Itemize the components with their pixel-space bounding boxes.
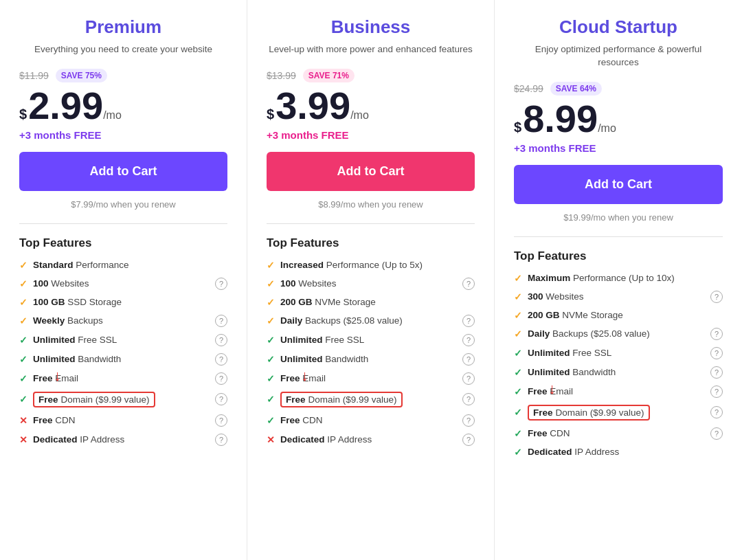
check-icon-premium-2: ✓ <box>19 297 27 308</box>
plan-desc-cloud-startup: Enjoy optimized performance & powerful r… <box>514 43 723 69</box>
check-icon-business-5: ✓ <box>267 354 275 365</box>
plan-col-premium: PremiumEverything you need to create you… <box>0 0 247 560</box>
free-months-business: +3 months FREE <box>267 129 475 141</box>
highlighted-feature-cloud-startup-7: Free Domain ($9.99 value) <box>528 405 650 421</box>
check-icon-business-7: ✓ <box>267 394 275 405</box>
check-icon-premium-5: ✓ <box>19 354 27 365</box>
question-icon-business-3[interactable]: ? <box>462 315 475 327</box>
feature-text-cloud-startup-7: Free Domain ($9.99 value) <box>528 405 650 421</box>
check-icon-cloud-startup-0: ✓ <box>514 273 522 284</box>
feature-item-business-1: ✓100 Websites? <box>267 278 475 290</box>
feature-item-business-3: ✓Daily Backups ($25.08 value)? <box>267 315 475 327</box>
check-icon-business-3: ✓ <box>267 315 275 326</box>
question-icon-premium-9[interactable]: ? <box>215 434 227 446</box>
divider-premium <box>19 223 227 224</box>
feature-item-premium-4: ✓Unlimited Free SSL? <box>19 334 227 346</box>
add-to-cart-btn-cloud-startup[interactable]: Add to Cart <box>514 165 723 204</box>
feature-left-business-8: ✓Free CDN <box>267 415 323 426</box>
question-icon-business-4[interactable]: ? <box>462 334 475 346</box>
question-icon-cloud-startup-7[interactable]: ? <box>710 406 723 418</box>
question-icon-cloud-startup-1[interactable]: ? <box>710 291 723 303</box>
feature-left-business-4: ✓Unlimited Free SSL <box>267 335 364 346</box>
feature-text-premium-3: Weekly Backups <box>33 315 103 326</box>
feature-item-premium-9: ✕Dedicated IP Address? <box>19 434 227 446</box>
original-price-cloud-startup: $24.99 <box>514 83 543 94</box>
question-icon-cloud-startup-8[interactable]: ? <box>710 427 723 440</box>
check-icon-cloud-startup-1: ✓ <box>514 291 522 302</box>
main-price-cloud-startup: $8.99/mo <box>514 100 723 138</box>
feature-text-cloud-startup-1: 300 Websites <box>528 291 584 302</box>
price-row-cloud-startup: $24.99SAVE 64% <box>514 82 723 96</box>
feature-item-premium-8: ✕Free CDN? <box>19 414 227 427</box>
feature-text-cloud-startup-5: Unlimited Bandwidth <box>528 367 616 377</box>
question-icon-cloud-startup-6[interactable]: ? <box>710 385 723 398</box>
feature-item-cloud-startup-0: ✓Maximum Performance (Up to 10x) <box>514 273 723 284</box>
plan-desc-business: Level-up with more power and enhanced fe… <box>267 43 475 56</box>
feature-text-business-3: Daily Backups ($25.08 value) <box>280 315 403 326</box>
check-icon-premium-7: ✓ <box>19 394 27 405</box>
feature-left-cloud-startup-7: ✓Free Domain ($9.99 value) <box>514 405 650 421</box>
features-title-premium: Top Features <box>19 236 227 250</box>
question-icon-premium-3[interactable]: ? <box>215 315 227 327</box>
feature-left-premium-0: ✓Standard Performance <box>19 260 129 271</box>
feature-item-business-0: ✓Increased Performance (Up to 5x) <box>267 260 475 271</box>
check-icon-cloud-startup-9: ✓ <box>514 447 522 458</box>
price-amount-business: 3.99 <box>276 87 350 125</box>
check-icon-premium-0: ✓ <box>19 260 27 271</box>
feature-item-cloud-startup-1: ✓300 Websites? <box>514 291 723 303</box>
question-icon-premium-7[interactable]: ? <box>215 393 227 405</box>
feature-left-premium-9: ✕Dedicated IP Address <box>19 434 124 445</box>
question-icon-business-8[interactable]: ? <box>462 414 475 427</box>
feature-item-business-9: ✕Dedicated IP Address? <box>267 434 475 446</box>
question-icon-cloud-startup-4[interactable]: ? <box>710 347 723 359</box>
check-icon-premium-4: ✓ <box>19 335 27 346</box>
feature-item-cloud-startup-4: ✓Unlimited Free SSL? <box>514 347 723 359</box>
free-months-premium: +3 months FREE <box>19 129 227 141</box>
feature-left-premium-2: ✓100 GB SSD Storage <box>19 297 122 308</box>
check-icon-business-0: ✓ <box>267 260 275 271</box>
feature-left-cloud-startup-5: ✓Unlimited Bandwidth <box>514 367 616 378</box>
feature-text-business-5: Unlimited Bandwidth <box>280 354 368 364</box>
question-icon-cloud-startup-3[interactable]: ? <box>710 328 723 340</box>
feature-left-cloud-startup-4: ✓Unlimited Free SSL <box>514 348 611 359</box>
feature-left-cloud-startup-1: ✓300 Websites <box>514 291 584 302</box>
add-to-cart-btn-premium[interactable]: Add to Cart <box>19 152 227 191</box>
renew-price-cloud-startup: $19.99/mo when you renew <box>514 212 723 223</box>
feature-text-cloud-startup-4: Unlimited Free SSL <box>528 348 611 358</box>
feature-text-cloud-startup-9: Dedicated IP Address <box>528 447 619 457</box>
plan-title-business: Business <box>267 16 475 38</box>
price-period-cloud-startup: /mo <box>598 122 616 135</box>
feature-left-business-5: ✓Unlimited Bandwidth <box>267 354 368 365</box>
feature-left-premium-8: ✕Free CDN <box>19 415 76 426</box>
question-icon-cloud-startup-5[interactable]: ? <box>710 366 723 379</box>
plan-col-cloud-startup: Cloud StartupEnjoy optimized performance… <box>495 0 742 560</box>
plan-desc-premium: Everything you need to create your websi… <box>19 43 227 56</box>
check-icon-premium-8: ✕ <box>19 415 27 426</box>
main-price-business: $3.99/mo <box>267 87 475 125</box>
feature-left-cloud-startup-2: ✓200 GB NVMe Storage <box>514 310 623 321</box>
question-icon-business-5[interactable]: ? <box>462 353 475 366</box>
question-icon-premium-6[interactable]: ? <box>215 372 227 385</box>
feature-text-premium-5: Unlimited Bandwidth <box>33 354 121 364</box>
question-icon-premium-1[interactable]: ? <box>215 278 227 290</box>
plan-title-cloud-startup: Cloud Startup <box>514 16 723 38</box>
feature-left-business-1: ✓100 Websites <box>267 278 337 289</box>
feature-text-business-2: 200 GB NVMe Storage <box>280 297 376 307</box>
feature-item-premium-1: ✓100 Websites? <box>19 278 227 290</box>
feature-item-cloud-startup-7: ✓Free Domain ($9.99 value)?↓ <box>514 405 723 421</box>
question-icon-business-7[interactable]: ? <box>462 393 475 405</box>
free-months-cloud-startup: +3 months FREE <box>514 142 723 154</box>
question-icon-premium-8[interactable]: ? <box>215 414 227 427</box>
check-icon-cloud-startup-4: ✓ <box>514 348 522 359</box>
add-to-cart-btn-business[interactable]: Add to Cart <box>267 152 475 191</box>
save-badge-business: SAVE 71% <box>303 69 355 82</box>
feature-text-cloud-startup-6: Free Email <box>528 386 573 396</box>
save-badge-premium: SAVE 75% <box>56 69 107 82</box>
question-icon-business-1[interactable]: ? <box>462 278 475 290</box>
question-icon-business-6[interactable]: ? <box>462 372 475 385</box>
divider-cloud-startup <box>514 236 723 237</box>
question-icon-business-9[interactable]: ? <box>462 434 475 446</box>
question-icon-premium-4[interactable]: ? <box>215 334 227 346</box>
feature-item-cloud-startup-6: ✓Free Email? <box>514 385 723 398</box>
question-icon-premium-5[interactable]: ? <box>215 353 227 366</box>
